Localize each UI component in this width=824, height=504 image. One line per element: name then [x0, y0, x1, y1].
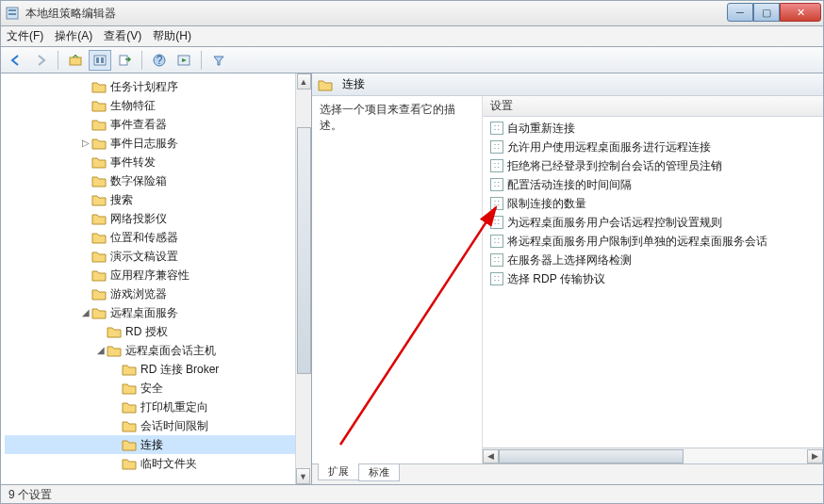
tree-item[interactable]: 任务计划程序 [5, 77, 311, 96]
setting-row[interactable]: ∷在服务器上选择网络检测 [483, 251, 823, 269]
tree: 任务计划程序生物特征事件查看器▷事件日志服务事件转发数字保险箱搜索网络投影仪位置… [1, 73, 311, 477]
menu-view[interactable]: 查看(V) [104, 28, 141, 44]
svg-rect-7 [120, 56, 127, 65]
folder-icon [91, 268, 107, 282]
tree-item[interactable]: 安全 [5, 379, 311, 398]
column-header-setting[interactable]: 设置 [483, 96, 823, 117]
policy-icon: ∷ [490, 178, 503, 191]
tree-label: 会话时间限制 [140, 416, 208, 435]
tree-twist[interactable]: ◢ [95, 341, 107, 360]
folder-icon [91, 99, 107, 112]
tree-label: RD 授权 [125, 322, 168, 341]
tree-item[interactable]: 应用程序兼容性 [5, 266, 311, 285]
setting-label: 限制连接的数量 [507, 196, 586, 212]
setting-label: 将远程桌面服务用户限制到单独的远程桌面服务会话 [507, 234, 767, 250]
setting-row[interactable]: ∷将远程桌面服务用户限制到单独的远程桌面服务会话 [483, 232, 823, 251]
run-button[interactable] [173, 50, 195, 71]
setting-label: 允许用户使用远程桌面服务进行远程连接 [507, 139, 711, 155]
scroll-right-button[interactable]: ▶ [807, 449, 823, 463]
status-text: 9 个设置 [8, 488, 52, 501]
tree-label: 演示文稿设置 [110, 247, 178, 266]
tree-item[interactable]: 打印机重定向 [5, 398, 311, 416]
tree-item[interactable]: 位置和传感器 [5, 228, 311, 247]
tree-item[interactable]: 临时文件夹 [5, 454, 311, 473]
tree-item[interactable]: ◢远程桌面会话主机 [5, 341, 311, 360]
setting-label: 选择 RDP 传输协议 [507, 271, 605, 287]
scroll-down-button[interactable]: ▼ [296, 468, 310, 484]
tab-extended[interactable]: 扩展 [318, 463, 359, 480]
maximize-button[interactable]: ▢ [753, 3, 780, 22]
filter-button[interactable] [207, 50, 230, 71]
folder-icon [122, 382, 137, 395]
tree-item[interactable]: 游戏浏览器 [5, 285, 311, 303]
tree-item[interactable]: 搜索 [5, 190, 311, 209]
tree-scrollbar[interactable]: ▲ ▼ [295, 73, 311, 484]
setting-row[interactable]: ∷拒绝将已经登录到控制台会话的管理员注销 [483, 156, 823, 175]
tree-item[interactable]: ◢远程桌面服务 [5, 303, 311, 322]
folder-icon [91, 155, 107, 169]
tree-item[interactable]: 演示文稿设置 [5, 247, 311, 266]
tab-standard[interactable]: 标准 [358, 464, 400, 481]
tree-twist[interactable]: ▷ [80, 134, 91, 153]
policy-icon: ∷ [490, 253, 503, 267]
svg-rect-1 [8, 9, 16, 11]
tree-label: 数字保险箱 [110, 171, 167, 190]
tree-item[interactable]: 事件转发 [5, 153, 311, 171]
menu-help[interactable]: 帮助(H) [153, 28, 191, 44]
tree-item[interactable]: 数字保险箱 [5, 171, 311, 190]
help-button[interactable]: ? [148, 50, 171, 71]
tree-label: 事件转发 [110, 153, 156, 171]
tree-item[interactable]: 生物特征 [5, 96, 311, 115]
scroll-thumb[interactable] [297, 127, 311, 374]
tree-label: 临时文件夹 [140, 454, 197, 473]
tree-item[interactable]: ▷事件日志服务 [5, 134, 311, 153]
folder-icon [91, 287, 107, 301]
column-label: 设置 [490, 98, 513, 114]
setting-row[interactable]: ∷自动重新连接 [483, 119, 823, 138]
folder-icon [91, 231, 107, 244]
tree-item[interactable]: 会话时间限制 [5, 416, 311, 435]
scroll-track[interactable] [499, 449, 807, 463]
window-title: 本地组策略编辑器 [25, 6, 116, 22]
properties-button[interactable] [89, 50, 111, 71]
details-pane: 连接 选择一个项目来查看它的描述。 设置 ∷自动重新连接∷允许用户使用远程桌面服… [312, 73, 823, 484]
setting-row[interactable]: ∷选择 RDP 传输协议 [483, 269, 823, 288]
back-button[interactable] [5, 50, 27, 71]
minimize-button[interactable]: ─ [727, 3, 753, 22]
tree-label: 事件查看器 [110, 115, 167, 134]
scroll-left-button[interactable]: ◀ [483, 449, 499, 463]
menubar: 文件(F) 操作(A) 查看(V) 帮助(H) [0, 26, 824, 47]
settings-list[interactable]: ∷自动重新连接∷允许用户使用远程桌面服务进行远程连接∷拒绝将已经登录到控制台会话… [483, 117, 823, 447]
setting-row[interactable]: ∷为远程桌面服务用户会话远程控制设置规则 [483, 213, 823, 232]
folder-icon [107, 344, 122, 357]
tree-item[interactable]: 网络投影仪 [5, 209, 311, 228]
setting-row[interactable]: ∷允许用户使用远程桌面服务进行远程连接 [483, 138, 823, 156]
scroll-up-button[interactable]: ▲ [297, 73, 311, 89]
menu-file[interactable]: 文件(F) [7, 28, 43, 44]
tree-item[interactable]: 事件查看器 [5, 115, 311, 134]
tree-item[interactable]: RD 连接 Broker [5, 360, 311, 379]
tree-item[interactable]: RD 授权 [5, 322, 311, 341]
list-hscrollbar[interactable]: ◀ ▶ [483, 447, 823, 463]
menu-action[interactable]: 操作(A) [55, 28, 92, 44]
folder-icon [91, 174, 107, 187]
folder-icon [122, 419, 137, 432]
scroll-thumb[interactable] [499, 449, 684, 463]
tree-label: 安全 [140, 379, 163, 398]
folder-icon [122, 438, 137, 451]
folder-icon [122, 363, 137, 376]
forward-button[interactable] [29, 50, 52, 71]
tree-twist[interactable]: ◢ [80, 303, 91, 322]
toolbar-divider [201, 51, 202, 70]
tree-item[interactable]: 连接 [5, 435, 311, 454]
tree-pane[interactable]: 任务计划程序生物特征事件查看器▷事件日志服务事件转发数字保险箱搜索网络投影仪位置… [1, 73, 312, 484]
setting-row[interactable]: ∷限制连接的数量 [483, 194, 823, 213]
export-button[interactable] [113, 50, 136, 71]
svg-rect-6 [101, 57, 104, 63]
folder-icon [91, 118, 107, 131]
up-button[interactable] [64, 50, 87, 71]
app-icon [5, 6, 20, 21]
close-button[interactable]: ✕ [780, 3, 821, 22]
workspace: 任务计划程序生物特征事件查看器▷事件日志服务事件转发数字保险箱搜索网络投影仪位置… [0, 73, 824, 485]
setting-row[interactable]: ∷配置活动连接的时间间隔 [483, 175, 823, 194]
